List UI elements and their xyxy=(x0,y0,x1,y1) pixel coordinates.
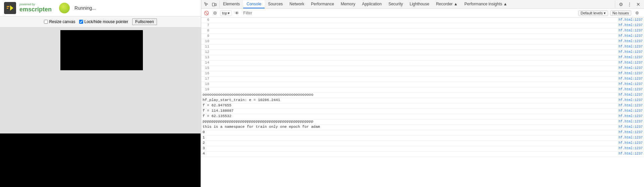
tab-lighthouse[interactable]: Lighthouse xyxy=(406,0,433,8)
line-source-link[interactable]: hf.html:1237 xyxy=(619,29,643,32)
line-source-link[interactable]: hf.html:1237 xyxy=(619,72,643,75)
console-line: f = 114.188087hf.html:1237 xyxy=(201,109,644,114)
line-source-link[interactable]: hf.html:1237 xyxy=(619,93,643,97)
svg-rect-3 xyxy=(212,3,215,6)
top-context-dropdown[interactable]: top ▾ xyxy=(220,10,232,16)
line-number: 9 xyxy=(203,34,209,38)
lock-mouse-label[interactable]: Lock/hide mouse pointer xyxy=(79,19,128,24)
line-source-link[interactable]: hf.html:1237 xyxy=(619,136,643,139)
line-text: f = 62.135532 xyxy=(203,114,616,118)
line-source-link[interactable]: hf.html:1237 xyxy=(619,125,643,129)
line-number: 19 xyxy=(203,87,209,91)
lock-mouse-checkbox[interactable] xyxy=(79,20,83,24)
console-line: 14hf.html:1237 xyxy=(201,61,644,66)
settings-icon[interactable]: ⚙ xyxy=(617,1,625,8)
tab-security[interactable]: Security xyxy=(385,0,406,8)
default-levels-dropdown[interactable]: Default levels ▾ xyxy=(578,10,608,16)
tab-application[interactable]: Application xyxy=(359,0,385,8)
resize-canvas-checkbox[interactable] xyxy=(44,20,48,24)
device-toolbar-icon[interactable] xyxy=(211,1,218,8)
top-dropdown-arrow: ▾ xyxy=(228,11,230,15)
resize-canvas-label[interactable]: Resize canvas xyxy=(44,19,75,24)
line-source-link[interactable]: hf.html:1237 xyxy=(619,152,643,156)
tab-performance[interactable]: Performance xyxy=(308,0,337,8)
console-line: 7hf.html:1237 xyxy=(201,23,644,28)
line-source-link[interactable]: hf.html:1237 xyxy=(619,98,643,102)
console-line: 13hf.html:1237 xyxy=(201,55,644,61)
fullscreen-button[interactable]: Fullscreen xyxy=(132,18,157,25)
console-line: 2hf.html:1237 xyxy=(201,141,644,146)
console-gear-icon[interactable]: ⚙ xyxy=(633,9,641,17)
console-line: 19hf.html:1237 xyxy=(201,87,644,93)
console-filter-input[interactable] xyxy=(242,10,575,16)
tab-network[interactable]: Network xyxy=(286,0,308,8)
line-number: 16 xyxy=(203,71,209,75)
inspect-element-icon[interactable] xyxy=(203,1,210,8)
canvas-area xyxy=(0,27,201,187)
line-source-link[interactable]: hf.html:1237 xyxy=(619,34,643,38)
resize-canvas-text: Resize canvas xyxy=(49,19,75,24)
line-source-link[interactable]: hf.html:1237 xyxy=(619,130,643,134)
line-source-link[interactable]: hf.html:1237 xyxy=(619,104,643,107)
line-source-link[interactable]: hf.html:1237 xyxy=(619,114,643,118)
device-icon-svg xyxy=(212,2,217,7)
no-issues-button[interactable]: No Issues xyxy=(610,10,631,16)
console-line: 11hf.html:1237 xyxy=(201,44,644,50)
line-source-link[interactable]: hf.html:1237 xyxy=(619,56,643,59)
line-source-link[interactable]: hf.html:1237 xyxy=(619,77,643,81)
line-text: 0 xyxy=(203,130,616,134)
console-line: 15hf.html:1237 xyxy=(201,66,644,71)
line-number: 10 xyxy=(203,39,209,43)
line-source-link[interactable]: hf.html:1237 xyxy=(619,109,643,113)
line-text: 2 xyxy=(203,141,616,145)
devtools-topbar: Elements Console Sources Network Perform… xyxy=(201,0,644,9)
line-number: 12 xyxy=(203,50,209,54)
line-source-link[interactable]: hf.html:1237 xyxy=(619,39,643,43)
devtools-right-icons: ⚙ ⋮ ✕ xyxy=(615,1,644,8)
brand-text: powered by emscripten xyxy=(19,3,52,13)
console-settings-icon[interactable] xyxy=(211,9,219,17)
console-line: 12hf.html:1237 xyxy=(201,50,644,55)
tab-console[interactable]: Console xyxy=(243,0,265,8)
more-options-icon[interactable]: ⋮ xyxy=(626,1,633,8)
console-line: 9hf.html:1237 xyxy=(201,34,644,39)
line-source-link[interactable]: hf.html:1237 xyxy=(619,23,643,27)
line-text: pppppppppppppppppppppppppppppppppppppppp… xyxy=(203,119,616,123)
line-source-link[interactable]: hf.html:1237 xyxy=(619,147,643,150)
line-source-link[interactable]: hf.html:1237 xyxy=(619,50,643,54)
eager-eval-icon[interactable]: 👁 xyxy=(233,9,240,17)
top-dropdown-label: top xyxy=(222,11,227,15)
svg-rect-0 xyxy=(7,6,9,7)
default-levels-label: Default levels ▾ xyxy=(581,11,606,15)
line-source-link[interactable]: hf.html:1237 xyxy=(619,88,643,91)
console-line: 10hf.html:1237 xyxy=(201,39,644,44)
console-line: 8hf.html:1237 xyxy=(201,28,644,34)
line-number: 6 xyxy=(203,18,209,22)
emscripten-logo xyxy=(4,2,16,14)
console-line: 1hf.html:1237 xyxy=(201,135,644,141)
cursor-icon-svg xyxy=(204,2,209,7)
brand-name-label: emscripten xyxy=(19,6,52,13)
tab-elements[interactable]: Elements xyxy=(220,0,243,8)
line-source-link[interactable]: hf.html:1237 xyxy=(619,120,643,123)
tab-sources[interactable]: Sources xyxy=(265,0,286,8)
line-source-link[interactable]: hf.html:1237 xyxy=(619,18,643,22)
tab-recorder[interactable]: Recorder ▲ xyxy=(433,0,461,8)
lock-mouse-text: Lock/hide mouse pointer xyxy=(84,19,128,24)
tab-perf-insights[interactable]: Performance insights ▲ xyxy=(461,0,511,8)
line-number: 8 xyxy=(203,28,209,32)
line-source-link[interactable]: hf.html:1237 xyxy=(619,61,643,65)
tab-memory[interactable]: Memory xyxy=(337,0,359,8)
line-source-link[interactable]: hf.html:1237 xyxy=(619,82,643,86)
line-source-link[interactable]: hf.html:1237 xyxy=(619,141,643,145)
line-number: 11 xyxy=(203,44,209,49)
svg-rect-4 xyxy=(215,4,216,6)
console-toolbar: 🚫 top ▾ 👁 Default levels ▾ No Issues ⚙ xyxy=(201,9,644,18)
line-source-link[interactable]: hf.html:1237 xyxy=(619,45,643,49)
svg-marker-2 xyxy=(10,5,13,11)
close-devtools-icon[interactable]: ✕ xyxy=(635,1,642,8)
status-indicator xyxy=(59,3,70,13)
clear-console-icon[interactable]: 🚫 xyxy=(203,9,210,17)
console-line: this is a namespace for train only one e… xyxy=(201,125,644,130)
line-source-link[interactable]: hf.html:1237 xyxy=(619,66,643,70)
